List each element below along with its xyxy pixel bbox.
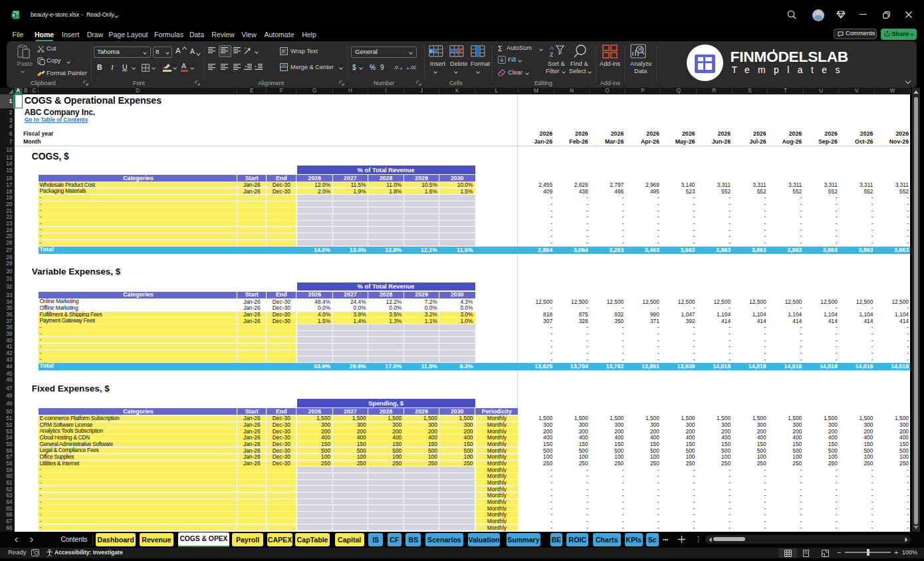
svg-text:.00: .00 xyxy=(409,64,416,70)
svg-text:x: x xyxy=(13,13,15,17)
svg-text:A: A xyxy=(550,45,554,51)
svg-text:.0: .0 xyxy=(394,64,398,70)
svg-text:Z: Z xyxy=(550,51,553,58)
